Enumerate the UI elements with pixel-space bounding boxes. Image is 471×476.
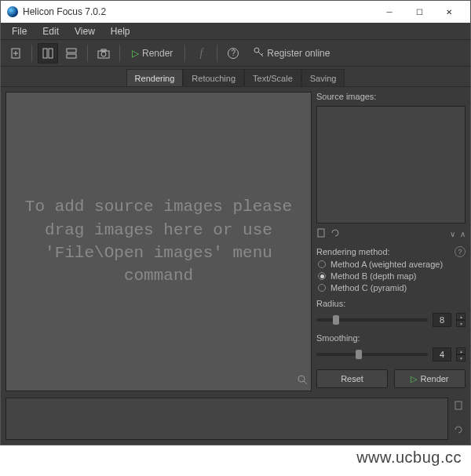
- svg-rect-6: [67, 54, 76, 58]
- svg-rect-9: [101, 49, 106, 51]
- filmstrip-panel: [1, 396, 470, 445]
- split-horizontal-icon: [66, 48, 77, 59]
- layout-split-v-button[interactable]: [38, 43, 58, 64]
- radio-icon: [318, 260, 326, 268]
- menu-view[interactable]: View: [67, 24, 103, 38]
- radio-icon: [318, 284, 326, 292]
- preview-panel: To add source images please drag images …: [5, 92, 312, 391]
- camera-icon: [97, 48, 110, 59]
- svg-rect-5: [67, 49, 76, 53]
- rendering-method-label: Rendering method:: [316, 247, 390, 256]
- preview-placeholder: To add source images please drag images …: [6, 187, 311, 296]
- toolbar: ▷ Render f ? Register online: [1, 40, 470, 67]
- split-vertical-icon: [42, 48, 53, 59]
- side-panel: Source images: ∨ ∧ Rendering method: ? M…: [316, 92, 466, 391]
- tab-rendering[interactable]: Rendering: [126, 69, 184, 86]
- tab-text-scale[interactable]: Text/Scale: [244, 69, 301, 86]
- radio-icon: [318, 272, 326, 280]
- svg-rect-4: [49, 49, 53, 58]
- tabs: Rendering Retouching Text/Scale Saving: [1, 67, 470, 87]
- smoothing-value[interactable]: 4: [433, 347, 451, 362]
- close-button[interactable]: ✕: [434, 1, 464, 23]
- tab-saving[interactable]: Saving: [301, 69, 345, 86]
- strip-file-icon[interactable]: [454, 401, 463, 412]
- method-a-label: Method A (weighted average): [330, 260, 443, 269]
- minimize-button[interactable]: ─: [374, 1, 404, 23]
- tab-retouching[interactable]: Retouching: [183, 69, 244, 86]
- reset-button[interactable]: Reset: [316, 369, 388, 388]
- method-a-radio[interactable]: Method A (weighted average): [316, 260, 466, 269]
- titlebar: Helicon Focus 7.0.2 ─ ☐ ✕: [1, 1, 470, 23]
- help-icon: ?: [228, 48, 239, 59]
- register-label: Register online: [267, 48, 330, 59]
- radius-spinner[interactable]: ▴▾: [456, 313, 466, 327]
- svg-rect-3: [43, 49, 47, 58]
- svg-point-8: [101, 52, 106, 56]
- svg-rect-16: [455, 402, 462, 409]
- add-file-button[interactable]: [5, 43, 26, 64]
- source-images-label: Source images:: [316, 92, 466, 101]
- smoothing-slider[interactable]: [316, 353, 428, 356]
- expand-icon[interactable]: ∧: [460, 230, 466, 238]
- svg-line-14: [304, 381, 307, 384]
- app-logo-icon: [7, 6, 18, 17]
- window-title: Helicon Focus 7.0.2: [23, 6, 106, 17]
- refresh-icon[interactable]: [330, 228, 340, 240]
- collapse-icon[interactable]: ∨: [450, 230, 455, 238]
- method-c-label: Method C (pyramid): [330, 283, 407, 293]
- smoothing-spinner[interactable]: ▴▾: [456, 347, 466, 362]
- facebook-button[interactable]: f: [191, 43, 211, 64]
- menu-edit[interactable]: Edit: [35, 24, 67, 38]
- menu-help[interactable]: Help: [103, 24, 138, 38]
- watermark: www.ucbug.cc: [356, 449, 462, 467]
- radius-value[interactable]: 8: [433, 313, 451, 327]
- svg-point-13: [298, 376, 305, 382]
- svg-line-12: [261, 53, 263, 55]
- radius-label: Radius:: [316, 299, 466, 308]
- filmstrip[interactable]: [5, 398, 448, 440]
- menu-file[interactable]: File: [4, 24, 35, 38]
- method-b-radio[interactable]: Method B (depth map): [316, 271, 466, 281]
- key-icon: [253, 46, 264, 60]
- facebook-icon: f: [199, 47, 203, 60]
- layout-split-h-button[interactable]: [61, 43, 82, 64]
- register-button[interactable]: Register online: [246, 43, 336, 64]
- menubar: File Edit View Help: [1, 23, 470, 40]
- render-label: Render: [142, 48, 173, 59]
- radius-slider[interactable]: [316, 318, 428, 322]
- method-c-radio[interactable]: Method C (pyramid): [316, 283, 466, 293]
- strip-refresh-icon[interactable]: [454, 425, 463, 437]
- play-icon: ▷: [132, 48, 139, 59]
- render-button[interactable]: ▷ Render: [126, 43, 179, 64]
- maximize-button[interactable]: ☐: [404, 1, 434, 23]
- help-button[interactable]: ?: [223, 43, 243, 64]
- method-help-icon[interactable]: ?: [455, 246, 466, 257]
- source-images-list[interactable]: [316, 106, 466, 223]
- smoothing-label: Smoothing:: [316, 333, 466, 343]
- file-plus-icon: [9, 47, 22, 60]
- preview-dropzone[interactable]: To add source images please drag images …: [5, 92, 312, 391]
- zoom-icon[interactable]: [297, 374, 308, 387]
- camera-button[interactable]: [93, 43, 114, 64]
- side-render-button[interactable]: ▷ Render: [394, 369, 466, 388]
- method-b-label: Method B (depth map): [330, 271, 416, 281]
- play-icon: ▷: [411, 374, 417, 384]
- svg-rect-15: [318, 229, 324, 237]
- file-icon[interactable]: [316, 228, 326, 240]
